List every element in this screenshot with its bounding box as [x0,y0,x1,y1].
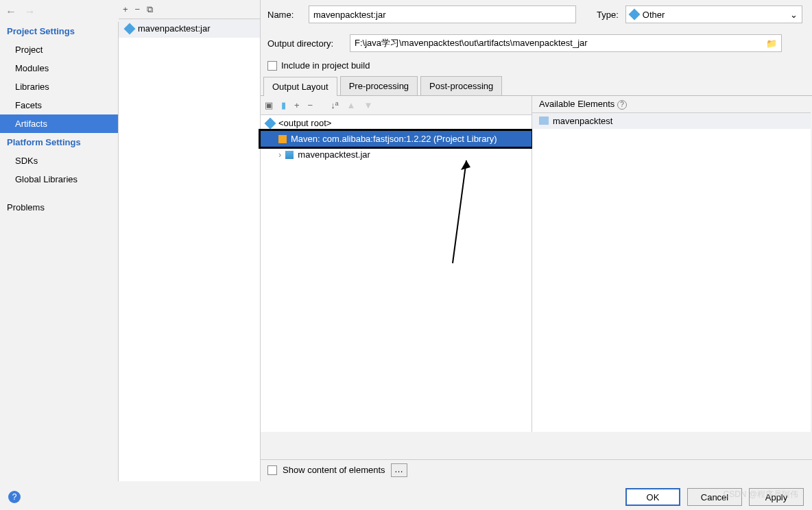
global-help-icon[interactable]: ? [8,491,21,503]
show-content-checkbox[interactable] [267,465,277,475]
type-label: Type: [597,10,619,20]
remove-icon[interactable]: − [135,4,141,14]
back-arrow-icon[interactable]: ← [5,5,16,17]
artifact-icon [124,23,136,34]
type-dropdown[interactable]: Other ⌄ [625,5,802,23]
module-folder-icon [539,117,549,125]
folder-browse-icon[interactable]: 📁 [766,38,777,49]
help-icon[interactable]: ? [617,100,627,110]
outdir-label: Output directory: [267,38,343,49]
outdir-input[interactable]: F:\java学习\mavenpacktest\out\artifacts\ma… [350,34,782,52]
jar-toolbar-icon[interactable]: ▮ [281,100,286,110]
jar-file-icon [285,151,294,159]
tab-pre-processing[interactable]: Pre-processing [340,76,418,95]
move-up-icon[interactable]: ▲ [347,100,356,110]
layout-tabs: Output Layout Pre-processing Post-proces… [261,76,812,96]
tab-post-processing[interactable]: Post-processing [420,76,502,95]
artifact-list-item[interactable]: mavenpacktest:jar [119,19,260,38]
name-input[interactable] [309,5,576,23]
include-build-checkbox[interactable] [267,61,277,71]
output-root-icon [265,117,276,129]
library-icon [278,135,287,143]
elements-options-button[interactable]: … [391,463,407,477]
sidebar-item-sdks[interactable]: SDKs [0,151,118,170]
sort-icon[interactable]: ↓ª [331,100,338,110]
tree-jar-item[interactable]: › mavenpacktest.jar [261,147,532,162]
move-down-icon[interactable]: ▼ [363,100,372,110]
settings-sidebar: Project Settings Project Modules Librari… [0,22,119,481]
project-settings-header: Project Settings [0,22,118,40]
tab-output-layout[interactable]: Output Layout [263,77,337,96]
sidebar-item-artifacts[interactable]: Artifacts [0,114,118,133]
available-element-item[interactable]: mavenpacktest [532,113,811,129]
sidebar-item-libraries[interactable]: Libraries [0,77,118,96]
tree-output-root[interactable]: <output root> [261,115,532,131]
ok-button[interactable]: OK [625,488,680,506]
sidebar-item-facets[interactable]: Facets [0,96,118,114]
copy-icon[interactable]: ⧉ [147,4,153,15]
name-label: Name: [267,10,302,20]
tree-library-item[interactable]: Maven: com.alibaba:fastjson:1.2.22 (Proj… [261,131,532,147]
type-icon [628,9,640,21]
expand-icon[interactable]: › [278,149,281,160]
artifact-name: mavenpacktest:jar [138,23,211,34]
remove-content-icon[interactable]: − [308,100,313,110]
platform-settings-header: Platform Settings [0,133,118,151]
sidebar-item-problems[interactable]: Problems [0,198,118,217]
sidebar-item-global-libraries[interactable]: Global Libraries [0,170,118,189]
artifacts-list-panel: + − ⧉ mavenpacktest:jar [119,0,261,481]
sidebar-item-project[interactable]: Project [0,40,118,59]
output-layout-tree: ▣ ▮ + − ↓ª ▲ ▼ <output root> Maven: com.… [261,96,532,432]
sidebar-item-modules[interactable]: Modules [0,59,118,77]
outdir-value: F:\java学习\mavenpacktest\out\artifacts\ma… [355,37,588,49]
include-build-label: Include in project build [281,60,370,71]
forward-arrow-icon: → [25,5,36,17]
show-content-label: Show content of elements [283,465,385,475]
available-elements-panel: Available Elements ? mavenpacktest [532,96,811,432]
type-value: Other [643,10,665,20]
add-icon[interactable]: + [123,4,128,14]
watermark: CSDN @程序员阿伟 [723,489,798,500]
new-folder-icon[interactable]: ▣ [265,100,273,110]
add-content-icon[interactable]: + [294,100,300,110]
chevron-down-icon: ⌄ [790,10,798,20]
artifact-config-panel: Name: Type: Other ⌄ Output directory: F:… [261,0,812,481]
available-elements-header: Available Elements [539,99,614,109]
